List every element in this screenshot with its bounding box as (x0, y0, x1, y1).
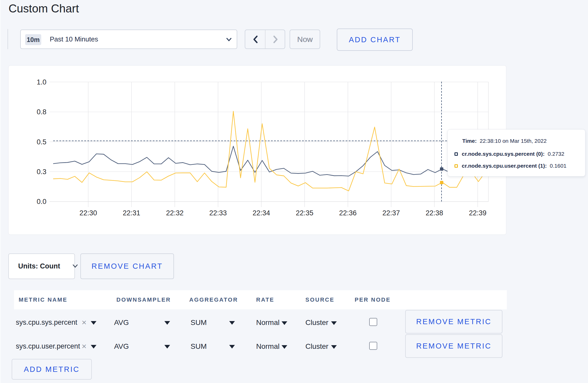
svg-text:1.0: 1.0 (37, 78, 46, 86)
svg-text:22:36: 22:36 (339, 209, 357, 217)
svg-text:22:33: 22:33 (209, 209, 227, 217)
svg-text:22:34: 22:34 (253, 209, 270, 217)
svg-text:0.8: 0.8 (37, 108, 46, 116)
svg-text:0.3: 0.3 (37, 168, 46, 176)
svg-text:22:31: 22:31 (123, 209, 141, 217)
svg-text:22:39: 22:39 (469, 209, 487, 217)
svg-text:22:37: 22:37 (382, 209, 400, 217)
svg-text:22:32: 22:32 (166, 209, 184, 217)
svg-text:22:38: 22:38 (426, 209, 443, 217)
svg-text:22:30: 22:30 (80, 209, 97, 217)
svg-text:0.0: 0.0 (37, 198, 46, 205)
svg-text:0.5: 0.5 (37, 138, 46, 146)
svg-text:22:35: 22:35 (296, 209, 313, 217)
